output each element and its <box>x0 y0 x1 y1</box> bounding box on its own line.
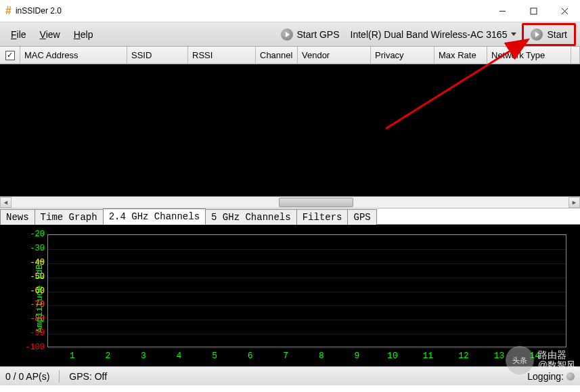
chart-x-tick: 8 <box>319 351 324 361</box>
chart-x-tick: 7 <box>283 351 288 361</box>
scroll-left-arrow[interactable]: ◄ <box>0 197 12 208</box>
scroll-thumb[interactable] <box>279 198 353 207</box>
chart-x-tick: 3 <box>141 351 146 361</box>
chart-x-tick: 5 <box>212 351 217 361</box>
chart-gridline <box>48 348 566 349</box>
chart-x-tick: 10 <box>387 351 398 361</box>
chart-x-tick: 11 <box>423 351 434 361</box>
maximize-button[interactable] <box>518 0 549 22</box>
chart-y-tick: -70 <box>22 300 45 309</box>
tab-gps[interactable]: GPS <box>347 209 376 225</box>
chart-x-tick: 2 <box>105 351 110 361</box>
watermark-line1: 路由器 <box>538 350 576 360</box>
header-mac[interactable]: MAC Address <box>20 47 127 64</box>
chart-plot-area[interactable] <box>47 234 566 347</box>
close-button[interactable] <box>549 0 580 22</box>
adapter-label: Intel(R) Dual Band Wireless-AC 3165 <box>351 29 508 40</box>
chart-panel: Amplitude [dB] -20-30-40-50-60-70-80-90-… <box>0 225 580 366</box>
header-maxrate[interactable]: Max Rate <box>434 47 487 64</box>
chart-y-tick: -40 <box>22 258 45 267</box>
watermark: 头条 路由器 @数智风 <box>506 346 576 374</box>
chart-x-tick: 13 <box>494 351 505 361</box>
chart-x-tick: 4 <box>177 351 182 361</box>
menu-bar: File View Help Start GPS Intel(R) Dual B… <box>0 22 580 47</box>
play-icon <box>531 28 543 41</box>
status-ap-count: 0 / 0 AP(s) <box>5 371 49 382</box>
play-icon <box>281 28 293 41</box>
window-title: inSSIDer 2.0 <box>16 6 487 16</box>
adapter-dropdown[interactable]: Intel(R) Dual Band Wireless-AC 3165 <box>345 26 522 43</box>
header-vendor[interactable]: Vendor <box>298 47 371 64</box>
tab-time-graph[interactable]: Time Graph <box>35 209 104 225</box>
chart-x-tick: 1 <box>70 351 75 361</box>
header-checkbox-cell[interactable]: ✓ <box>0 47 20 64</box>
chart-x-tick: 12 <box>458 351 469 361</box>
menu-file[interactable]: File <box>4 26 33 43</box>
header-overflow[interactable] <box>571 47 580 64</box>
chart-gridline <box>48 249 566 250</box>
chart-x-tick: 6 <box>248 351 253 361</box>
chart-gridline <box>48 305 566 306</box>
chart-gridline <box>48 292 566 292</box>
chart-y-tick: -90 <box>22 328 45 338</box>
start-button-highlight: Start <box>522 23 576 46</box>
horizontal-scrollbar[interactable]: ◄ ► <box>0 196 580 209</box>
tab-news[interactable]: News <box>0 209 35 225</box>
chart-gridline <box>48 320 566 320</box>
app-icon: # <box>5 5 12 17</box>
status-bar: 0 / 0 AP(s) GPS: Off Logging: <box>0 366 580 385</box>
chart-y-tick: -80 <box>22 314 45 324</box>
start-label: Start <box>547 29 567 40</box>
menu-help[interactable]: Help <box>67 26 100 43</box>
header-rssi[interactable]: RSSI <box>188 47 256 64</box>
title-bar: # inSSIDer 2.0 <box>0 0 580 22</box>
menu-view[interactable]: View <box>33 26 67 43</box>
header-network-type[interactable]: Network Type <box>487 47 571 64</box>
chart-gridline <box>48 235 566 236</box>
chart-y-tick: -30 <box>22 244 45 253</box>
svg-rect-1 <box>531 8 537 14</box>
window-controls <box>487 0 580 22</box>
header-privacy[interactable]: Privacy <box>371 47 434 64</box>
grid-body[interactable] <box>0 64 580 196</box>
start-gps-button[interactable]: Start GPS <box>275 26 345 43</box>
chevron-down-icon <box>511 32 516 36</box>
chart-y-tick: -20 <box>22 230 45 239</box>
scroll-right-arrow[interactable]: ► <box>568 197 580 208</box>
chart-gridline <box>48 263 566 264</box>
tab-5ghz[interactable]: 5 GHz Channels <box>205 209 297 225</box>
watermark-line2: @数智风 <box>538 360 576 370</box>
chart-x-tick: 9 <box>354 351 359 361</box>
chart-y-tick: -50 <box>22 272 45 282</box>
start-button[interactable]: Start <box>525 26 573 43</box>
chart-gridline <box>48 278 566 278</box>
watermark-badge: 头条 <box>506 346 534 374</box>
grid-header-row: ✓ MAC Address SSID RSSI Channel Vendor P… <box>0 47 580 64</box>
status-gps: GPS: Off <box>69 371 107 382</box>
tab-24ghz[interactable]: 2.4 GHz Channels <box>103 209 206 225</box>
chart-y-tick: -100 <box>22 343 45 352</box>
chart-y-tick: -60 <box>22 286 45 296</box>
chart-gridline <box>48 334 566 334</box>
status-separator <box>59 370 60 383</box>
scroll-track[interactable] <box>12 197 568 208</box>
start-gps-label: Start GPS <box>297 29 340 40</box>
checkbox-icon[interactable]: ✓ <box>5 51 15 60</box>
header-ssid[interactable]: SSID <box>127 47 188 64</box>
minimize-button[interactable] <box>487 0 518 22</box>
header-channel[interactable]: Channel <box>256 47 298 64</box>
tab-strip: News Time Graph 2.4 GHz Channels 5 GHz C… <box>0 209 580 225</box>
tab-filters[interactable]: Filters <box>296 209 349 225</box>
